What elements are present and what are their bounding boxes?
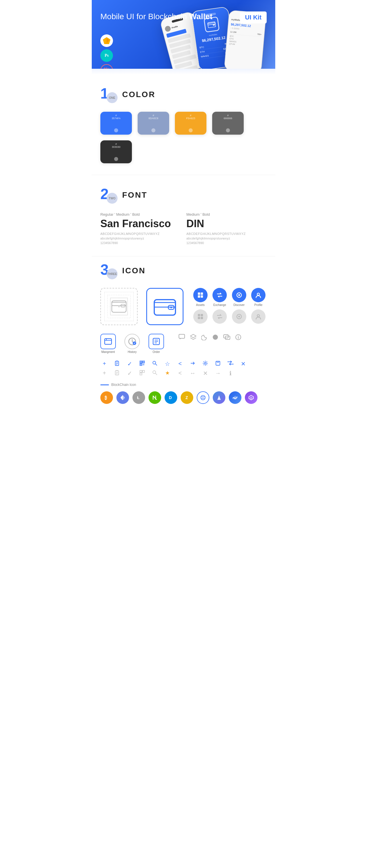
discover-icon-circle — [232, 288, 246, 302]
export-icon — [214, 361, 222, 368]
circle-icon — [212, 334, 219, 341]
svg-rect-9 — [112, 301, 126, 312]
info-icon — [235, 334, 242, 341]
waves-icon — [229, 391, 242, 404]
nav-icon-discover: Discover — [231, 288, 248, 307]
nav-icon-profile: Profile — [250, 288, 267, 307]
check-icon: ✓ — [125, 361, 134, 368]
app-icon-order: Order — [148, 334, 164, 353]
small-icons-gray-row: + ✓ ★ < ↔ ✕ → — [101, 370, 266, 377]
nav-icon-profile-gray — [250, 309, 267, 324]
svg-point-43 — [213, 335, 218, 340]
app-icon-management: Mangment — [101, 334, 116, 353]
blockchain-line — [101, 384, 109, 385]
ethereum-icon — [116, 391, 129, 404]
svg-point-24 — [238, 294, 240, 296]
svg-rect-60 — [144, 364, 144, 364]
nav-icon-assets-gray — [192, 309, 209, 324]
svg-rect-73 — [140, 373, 142, 375]
hero-badges: Ps 60+ Screens — [101, 34, 113, 69]
nav-icon-exchange: Exchange — [211, 288, 228, 307]
svg-rect-8 — [110, 298, 128, 315]
font-title: FONT — [122, 190, 147, 200]
svg-rect-62 — [144, 365, 144, 365]
icon-section-header: 3 THREE ICON — [101, 262, 266, 279]
svg-marker-77 — [123, 395, 125, 399]
svg-rect-7 — [108, 295, 131, 318]
close-gray-icon: ✕ — [201, 370, 209, 377]
svg-point-65 — [204, 362, 206, 364]
forward-gray-icon: → — [214, 370, 222, 377]
assets-icon-gray — [193, 309, 207, 324]
svg-rect-11 — [121, 304, 125, 307]
svg-rect-58 — [140, 364, 141, 365]
font-san-francisco: Regular ' Medium ' Bold San Francisco AB… — [101, 212, 181, 245]
arrows-gray-icon: ↔ — [189, 370, 197, 377]
crypto-icons-row: ₿ Ł D — [101, 391, 266, 404]
plus-icon: + — [101, 361, 108, 368]
small-icons-blue-row: + ✓ — [101, 361, 266, 368]
svg-text:₿: ₿ — [105, 395, 107, 400]
plus-gray-icon: + — [101, 370, 108, 377]
swatch-gray: # 666666 — [212, 112, 244, 135]
qr-icon — [138, 361, 146, 368]
svg-rect-16 — [154, 303, 175, 307]
svg-rect-61 — [143, 365, 143, 365]
swatch-dark: # 303030 — [101, 141, 132, 163]
history-label: History — [128, 350, 137, 353]
moon-icon — [201, 334, 207, 341]
svg-rect-10 — [112, 302, 126, 306]
hero-section: UI Kit Mobile UI for Blockchain Wallet P… — [92, 0, 275, 69]
svg-line-75 — [156, 373, 157, 375]
svg-point-31 — [238, 316, 240, 317]
svg-rect-56 — [140, 362, 141, 362]
font-grid: Regular ' Medium ' Bold San Francisco AB… — [101, 212, 266, 245]
exchange-icon-gray — [213, 309, 227, 324]
order-label: Order — [152, 350, 160, 353]
grid-coin-icon — [197, 391, 209, 404]
clipboard-gray-icon — [113, 370, 121, 377]
svg-rect-33 — [105, 339, 112, 344]
icon-title: ICON — [122, 266, 146, 275]
svg-point-32 — [257, 314, 259, 317]
svg-rect-72 — [142, 370, 144, 372]
swatch-blue: # 3574FA — [101, 112, 132, 135]
svg-rect-59 — [143, 364, 143, 364]
svg-rect-71 — [140, 370, 142, 372]
management-label: Mangment — [101, 350, 115, 353]
font-din: Medium ' Bold DIN ABCDEFGHIJKLMNOPQRSTUV… — [186, 212, 266, 245]
section-2-number: 2 TWO — [101, 186, 117, 204]
litecoin-icon: Ł — [133, 391, 145, 404]
chat-icon — [178, 334, 185, 342]
icon-main-row: Assets Exchange Discover — [101, 288, 266, 325]
zcash-icon: Z — [181, 391, 193, 404]
star-icon: ☆ — [163, 361, 171, 368]
back-icon: < — [176, 361, 184, 368]
svg-point-85 — [201, 395, 205, 400]
share-icon — [189, 361, 197, 368]
svg-text:Ł: Ł — [137, 395, 140, 400]
star-filled-icon: ★ — [163, 370, 171, 377]
layers-icon — [190, 334, 197, 342]
font-section: 2 TWO FONT Regular ' Medium ' Bold San F… — [92, 175, 275, 256]
profile-icon-circle — [251, 288, 265, 302]
color-swatches: # 3574FA # 8DA0C8 # F5A623 — [101, 112, 266, 163]
svg-rect-27 — [201, 314, 203, 316]
section-1-number: 1 ONE — [101, 86, 117, 103]
clipboard-icon — [113, 361, 121, 368]
svg-text:D: D — [169, 395, 172, 400]
misc-icons-group — [178, 334, 266, 342]
svg-line-64 — [156, 364, 157, 365]
ark-icon — [213, 391, 225, 404]
order-icon — [148, 334, 164, 349]
app-icon-history: History — [124, 334, 140, 353]
chat2-icon — [223, 334, 230, 341]
profile-icon-gray — [251, 309, 265, 324]
assets-icon-circle — [193, 288, 207, 302]
screens-badge: 60+ Screens — [101, 64, 113, 69]
svg-rect-66 — [216, 361, 220, 365]
icon-construction-guide — [101, 288, 138, 325]
svg-rect-22 — [201, 296, 203, 298]
svg-marker-78 — [120, 395, 123, 399]
close-icon: ✕ — [239, 361, 247, 368]
